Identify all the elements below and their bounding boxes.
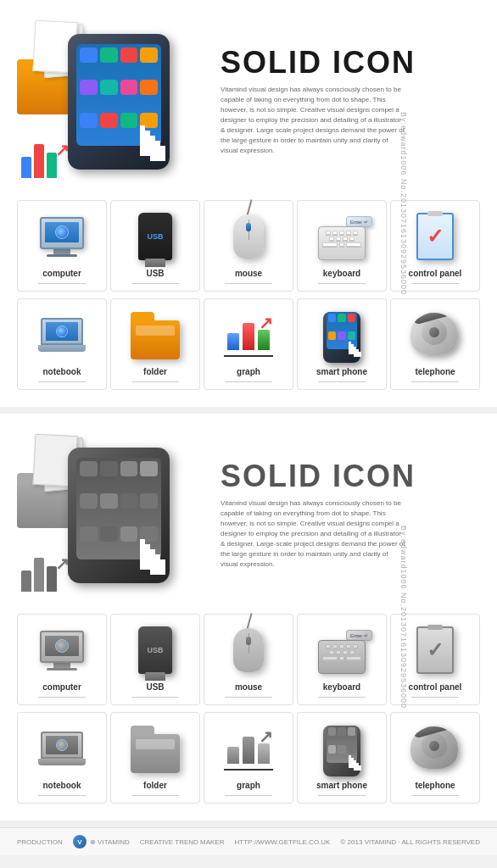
- svg-rect-41: [140, 539, 145, 544]
- laptop-inner-gray: [46, 736, 78, 754]
- graph-container-gray: ↗: [224, 726, 273, 771]
- svg-rect-0: [140, 125, 145, 131]
- graph-bar-gray-2: [243, 737, 254, 764]
- svg-rect-54: [155, 554, 160, 559]
- app-gray-8: [140, 493, 158, 509]
- computer-gray-visual: [35, 623, 89, 677]
- svg-rect-72: [354, 760, 356, 763]
- laptop-base-part: [38, 345, 86, 352]
- app-icon-10: [100, 113, 118, 128]
- key: [349, 236, 355, 241]
- keyboard-label: keyboard: [301, 269, 383, 278]
- key-row-1: [322, 231, 361, 235]
- computer-screen: [45, 222, 79, 242]
- phone-base-gray: [410, 726, 458, 769]
- laptop-body: [38, 318, 86, 352]
- control-panel-icon-visual: ✓: [408, 209, 462, 264]
- app-icon-5: [80, 80, 98, 95]
- keyboard-body: [318, 226, 366, 260]
- graph-baseline-gray: [224, 769, 273, 771]
- mouse-cable: [246, 199, 252, 216]
- footer: PRODUCTION V ⊕ VITAMIND CREATIVE TREND M…: [0, 827, 497, 855]
- bar-gray-2: [34, 558, 44, 592]
- usb-connector-gray: [145, 672, 165, 681]
- key-space-gray: [322, 656, 338, 660]
- globe-gray: [55, 639, 69, 653]
- app-icon-2: [100, 47, 118, 63]
- chart-arrow-gray: ↗: [55, 554, 70, 574]
- icon-cell-notebook: notebook ————————: [17, 298, 107, 390]
- s-app-gray-5: [338, 745, 345, 754]
- phone-dial: [422, 320, 447, 345]
- svg-rect-36: [356, 352, 359, 354]
- icons-grid-1-row1: computer ———————— USB USB ————————: [17, 200, 480, 292]
- s-app-6: [348, 331, 355, 340]
- svg-rect-49: [145, 554, 150, 559]
- svg-rect-80: [359, 765, 361, 768]
- folder-shine: [136, 326, 175, 336]
- clipboard-clip-gray: [427, 625, 443, 630]
- graph-bar-1: [227, 333, 239, 350]
- app-icon-9: [80, 113, 98, 128]
- usb-sublabel: ————————: [114, 280, 196, 286]
- keyboard-icon-visual: Enter ↵: [315, 209, 369, 264]
- bar-1: [21, 157, 31, 178]
- mouse-gray-visual: [221, 623, 276, 677]
- notebook-gray-sublabel: ————————: [21, 792, 103, 798]
- section-color: By:edward1006 No.20130716130929536000: [0, 0, 497, 407]
- key-gray: [326, 644, 331, 648]
- icon-cell-keyboard: Enter ↵: [297, 200, 387, 292]
- folder-icon-body: [131, 320, 180, 359]
- telephone-gray-visual: [408, 721, 462, 776]
- svg-rect-77: [356, 765, 359, 768]
- smartphone-sublabel: ————————: [301, 378, 383, 384]
- icon-cell-mouse-gray: mouse ————————: [204, 614, 293, 705]
- computer-monitor: [40, 217, 84, 249]
- svg-rect-38: [356, 354, 359, 357]
- keyboard-body-gray: [318, 640, 366, 674]
- globe-icon: [55, 225, 69, 239]
- graph-label: graph: [208, 367, 289, 376]
- svg-rect-26: [349, 349, 351, 352]
- svg-rect-70: [351, 760, 354, 763]
- key-row-gray-3: [322, 656, 361, 660]
- mouse-label: mouse: [208, 269, 289, 278]
- bar-2: [34, 144, 44, 178]
- icon-cell-notebook-gray: notebook ————————: [17, 712, 107, 804]
- s-app-gray-6: [348, 745, 355, 754]
- svg-rect-13: [155, 141, 160, 146]
- folder-gray-sublabel: ————————: [114, 792, 196, 798]
- graph-arrow-gray: ↗: [259, 726, 273, 747]
- svg-rect-79: [356, 768, 359, 771]
- key: [339, 231, 344, 235]
- svg-rect-67: [349, 763, 351, 765]
- s-app-3: [348, 314, 355, 322]
- key-gray: [339, 656, 344, 660]
- vitamind-text: ⊕ VITAMIND: [90, 838, 130, 846]
- icon-cell-telephone: telephone ————————: [390, 298, 480, 390]
- folder-label: folder: [114, 367, 196, 376]
- smartphone-icon-visual: [315, 308, 369, 362]
- svg-rect-73: [354, 763, 356, 765]
- folder-body-gray: [131, 734, 180, 773]
- computer-icon-visual: [35, 209, 89, 264]
- svg-rect-4: [140, 146, 145, 151]
- icon-cell-computer: computer ————————: [17, 200, 107, 292]
- icon-cell-keyboard-gray: Enter ↵: [297, 614, 387, 705]
- computer-base: [47, 254, 77, 257]
- svg-rect-51: [150, 549, 155, 554]
- s-app-gray-1: [328, 727, 336, 736]
- icon-cell-smartphone-gray: smart phone ————————: [297, 712, 387, 804]
- footer-copyright: © 2013 VITAMIND · ALL RIGHTS RESERVED: [341, 838, 480, 846]
- svg-rect-2: [140, 136, 145, 141]
- main-title-1: SOLID ICON: [221, 47, 480, 78]
- mouse-cable-gray: [246, 613, 252, 630]
- svg-rect-12: [150, 146, 155, 151]
- svg-rect-14: [155, 146, 160, 151]
- key-row-gray-2: [322, 650, 361, 654]
- computer-gray-sublabel: ————————: [21, 693, 103, 699]
- svg-rect-69: [351, 758, 354, 760]
- app-icon-3: [120, 47, 138, 63]
- phone-dial-inner: [429, 327, 439, 337]
- laptop-screen-gray: [41, 732, 83, 759]
